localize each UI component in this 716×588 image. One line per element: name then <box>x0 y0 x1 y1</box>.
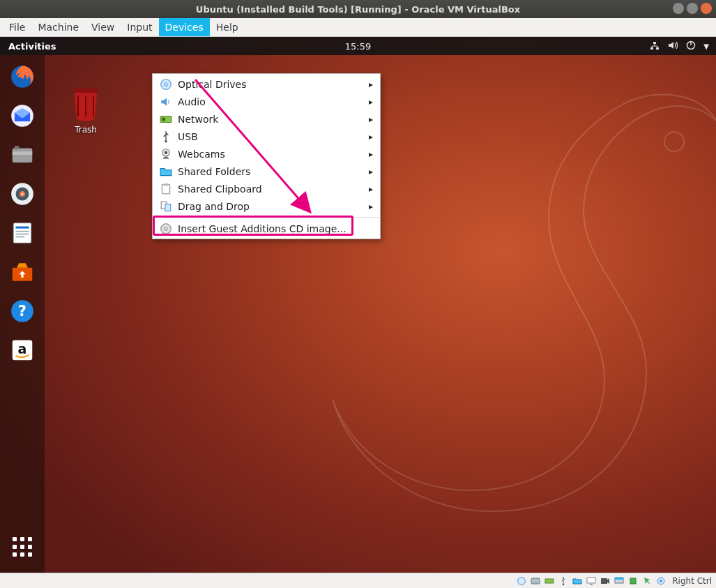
dock-firefox[interactable] <box>6 61 38 93</box>
devices-dropdown-menu: Optical Drives ▸ Audio ▸ Network ▸ USB ▸… <box>152 73 381 239</box>
svg-point-14 <box>21 193 23 195</box>
show-applications-button[interactable] <box>6 531 38 563</box>
svg-rect-45 <box>587 578 595 583</box>
dock-amazon[interactable]: a <box>6 334 38 366</box>
dock-help[interactable]: ? <box>6 295 38 327</box>
menu-webcams[interactable]: Webcams ▸ <box>153 145 380 163</box>
menu-drag-and-drop[interactable]: Drag and Drop ▸ <box>153 197 380 215</box>
dock-libreoffice-writer[interactable] <box>6 217 38 249</box>
system-tray[interactable]: ▼ <box>649 40 716 53</box>
submenu-arrow-icon: ▸ <box>369 132 373 142</box>
menu-devices[interactable]: Devices <box>159 18 210 36</box>
menu-input[interactable]: Input <box>121 18 158 36</box>
svg-text:a: a <box>18 341 27 356</box>
status-network-icon[interactable] <box>544 575 555 587</box>
svg-text:?: ? <box>18 303 26 319</box>
cd-insert-icon <box>160 223 172 235</box>
usb-icon <box>160 130 172 143</box>
network-icon <box>649 40 660 53</box>
clock-label[interactable]: 15:59 <box>345 41 371 52</box>
menu-audio[interactable]: Audio ▸ <box>153 93 380 110</box>
svg-rect-42 <box>531 578 540 584</box>
status-disc-icon[interactable] <box>516 575 527 587</box>
svg-rect-43 <box>545 579 554 583</box>
status-display-icon[interactable] <box>586 575 597 587</box>
svg-rect-3 <box>653 42 656 44</box>
desktop-trash[interactable]: Trash <box>70 86 102 135</box>
menu-shared-folders[interactable]: Shared Folders ▸ <box>153 163 380 180</box>
clipboard-icon <box>160 183 172 195</box>
submenu-arrow-icon: ▸ <box>369 167 373 176</box>
svg-point-0 <box>664 132 684 151</box>
dock-files[interactable] <box>6 139 38 171</box>
dock-thunderbird[interactable] <box>6 100 38 132</box>
menu-network[interactable]: Network ▸ <box>153 110 380 128</box>
svg-rect-29 <box>162 117 165 121</box>
menu-insert-guest-additions[interactable]: Insert Guest Additions CD image... <box>153 220 380 237</box>
folder-share-icon <box>160 165 172 178</box>
svg-point-30 <box>165 140 167 142</box>
svg-point-38 <box>165 227 167 229</box>
menu-file[interactable]: File <box>3 18 31 36</box>
volume-icon <box>667 40 678 53</box>
menu-usb[interactable]: USB ▸ <box>153 128 380 145</box>
activities-button[interactable]: Activities <box>0 41 65 52</box>
submenu-arrow-icon: ▸ <box>369 184 373 194</box>
svg-rect-49 <box>615 578 623 580</box>
gnome-top-bar: Activities 15:59 ▼ <box>0 37 716 55</box>
window-title: Ubuntu (Installed Build Tools) [Running]… <box>196 4 520 15</box>
svg-rect-47 <box>601 578 607 584</box>
vm-status-bar: Right Ctrl <box>0 573 716 588</box>
svg-rect-46 <box>590 584 593 585</box>
svg-rect-17 <box>16 231 29 232</box>
submenu-arrow-icon: ▸ <box>369 114 373 124</box>
window-minimize-button[interactable] <box>673 3 684 14</box>
status-hdd-icon[interactable] <box>530 575 541 587</box>
dock-ubuntu-software[interactable] <box>6 256 38 288</box>
window-close-button[interactable] <box>701 3 712 14</box>
host-key-label: Right Ctrl <box>672 576 712 586</box>
status-usb-icon[interactable] <box>558 575 569 587</box>
power-icon <box>685 40 696 53</box>
status-settings-icon[interactable] <box>655 575 667 587</box>
status-recording-icon[interactable] <box>600 575 611 587</box>
svg-rect-36 <box>165 204 171 211</box>
sound-icon <box>160 96 172 108</box>
svg-rect-19 <box>16 236 25 238</box>
dock-rhythmbox[interactable] <box>6 178 38 210</box>
submenu-arrow-icon: ▸ <box>369 202 373 211</box>
svg-rect-2 <box>656 47 659 50</box>
svg-point-32 <box>165 151 168 154</box>
svg-rect-34 <box>164 183 169 186</box>
menu-help[interactable]: Help <box>210 18 245 36</box>
svg-point-27 <box>165 82 167 85</box>
menu-optical-drives[interactable]: Optical Drives ▸ <box>153 75 380 93</box>
ubuntu-dock: ? a <box>0 55 45 573</box>
window-maximize-button[interactable] <box>687 3 698 14</box>
webcam-icon <box>160 148 172 160</box>
guest-desktop: Activities 15:59 ▼ <box>0 37 716 573</box>
vm-window-titlebar: Ubuntu (Installed Build Tools) [Running]… <box>0 0 716 18</box>
menu-view[interactable]: View <box>85 18 121 36</box>
svg-rect-16 <box>16 227 29 229</box>
status-shared-folder-icon[interactable] <box>572 575 583 587</box>
svg-point-41 <box>521 580 523 582</box>
status-vrde-icon[interactable] <box>614 575 625 587</box>
svg-rect-9 <box>13 151 33 155</box>
trash-label: Trash <box>75 125 97 135</box>
disc-icon <box>160 78 172 91</box>
svg-rect-10 <box>15 146 19 149</box>
status-cpu-icon[interactable] <box>627 575 639 587</box>
svg-rect-1 <box>650 47 653 50</box>
apps-grid-icon <box>13 537 32 557</box>
svg-rect-18 <box>16 234 29 235</box>
vm-menubar: File Machine View Input Devices Help <box>0 18 716 37</box>
svg-rect-8 <box>13 149 33 163</box>
submenu-arrow-icon: ▸ <box>369 97 373 107</box>
menu-machine[interactable]: Machine <box>31 18 85 36</box>
status-mouse-icon[interactable] <box>641 575 653 587</box>
network-card-icon <box>160 113 172 126</box>
chevron-down-icon: ▼ <box>703 43 709 50</box>
menu-shared-clipboard[interactable]: Shared Clipboard ▸ <box>153 180 380 197</box>
svg-point-44 <box>563 584 565 586</box>
